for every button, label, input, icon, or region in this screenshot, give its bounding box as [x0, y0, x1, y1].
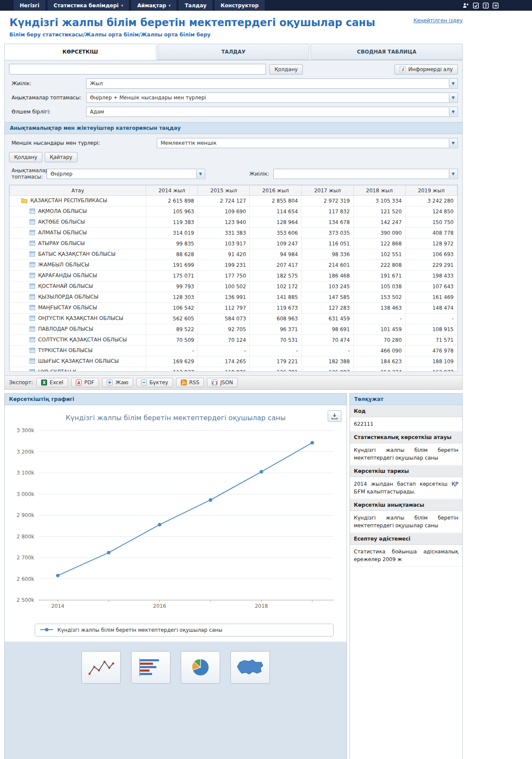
table-row[interactable]: СОЛТҮСТІК ҚАЗАҚСТАН ОБЛЫСЫ70 50970 12470… [10, 335, 457, 346]
unit-select[interactable]: Адам ▼ [86, 107, 458, 117]
nav-item-constructor[interactable]: Конструктор [215, 0, 265, 11]
tab-pivot-table[interactable]: СВОДНАЯ ТАБЛИЦА [311, 44, 463, 60]
table-row[interactable]: ОҢТҮСТІК ҚАЗАҚСТАН ОБЛЫСЫ562 605584 0736… [10, 314, 457, 324]
value-cell: 102 172 [250, 281, 302, 292]
value-cell: 142 247 [353, 217, 405, 228]
value-cell: 123 940 [198, 217, 250, 228]
apply-filters-button[interactable]: Қолдану [9, 152, 42, 162]
tasks-icon[interactable] [473, 3, 479, 9]
table-row[interactable]: БАТЫС ҚАЗАҚСТАН ОБЛЫСЫ88 62891 42094 984… [10, 249, 457, 260]
table-row[interactable]: АТЫРАУ ОБЛЫСЫ99 835103 917109 247116 051… [10, 239, 457, 249]
table-row[interactable]: ҚЫЗЫЛОРДА ОБЛЫСЫ128 303136 991141 885147… [10, 292, 457, 303]
value-cell: 128 964 [250, 217, 302, 228]
login-icon[interactable] [493, 3, 499, 9]
value-cell: 119 673 [250, 303, 302, 314]
region-name-cell[interactable]: НҰР-СҰЛТАН Қ. [10, 367, 146, 372]
svg-text:2 600k: 2 600k [17, 576, 34, 582]
get-informer-button[interactable]: i Информерді алу [395, 64, 458, 75]
table-row[interactable]: ТҮРКІСТАН ОБЛЫСЫ----466 090476 978 [10, 346, 457, 356]
region-name-cell[interactable]: БАТЫС ҚАЗАҚСТАН ОБЛЫСЫ [10, 249, 146, 260]
region-name-cell[interactable]: СОЛТҮСТІК ҚАЗАҚСТАН ОБЛЫСЫ [10, 335, 146, 346]
export-excel-button[interactable]: XExcel [36, 378, 68, 387]
table-row[interactable]: ПАВЛОДАР ОБЛЫСЫ89 52292 70596 37198 6911… [10, 324, 457, 335]
export-label: Экспорт: [9, 380, 33, 385]
export-collapse-button[interactable]: Бүктеу [136, 378, 173, 387]
value-cell: 92 705 [198, 324, 250, 335]
refgroup-select[interactable]: Өңірлер + Меншік нысандары мен түрлері ▼ [86, 93, 458, 103]
data-table-container[interactable]: Атау2014 жыл2015 жыл2016 жыл2017 жыл2018… [9, 185, 458, 372]
value-cell: 126 791 [250, 367, 302, 372]
value-cell: 105 963 [146, 206, 198, 217]
table-row[interactable]: ҚОСТАНАЙ ОБЛЫСЫ99 793100 502102 172103 2… [10, 281, 457, 292]
help-icon[interactable]: ? [483, 3, 489, 9]
passport-field-label: Код [350, 405, 462, 417]
svg-text:2016: 2016 [153, 603, 166, 609]
expand-icon [107, 380, 113, 385]
table-row[interactable]: МАҢҒЫСТАУ ОБЛЫСЫ106 542112 797119 673127… [10, 303, 457, 314]
value-cell: 70 509 [146, 335, 198, 346]
top-navbar: НегізгіСтатистика бөлімдері▾Аймақтар▾Тал… [0, 0, 532, 11]
table-row[interactable]: ЖАМБЫЛ ОБЛЫСЫ191 699199 231207 417214 60… [10, 260, 457, 271]
nav-item-home[interactable]: Негізгі [14, 0, 45, 11]
value-cell: 109 690 [198, 206, 250, 217]
group-row: Аңықтамалар топтамасы: Өңірлер ▼ Жиілік:… [9, 167, 458, 180]
region-name-cell[interactable]: ҚАЗАҚСТАН РЕСПУБЛИКАСЫ [10, 196, 146, 206]
region-name: ҚАЗАҚСТАН РЕСПУБЛИКАСЫ [30, 197, 107, 203]
table-icon [30, 359, 35, 365]
value-cell: 105 038 [353, 281, 405, 292]
export-json-button[interactable]: { }JSON [207, 378, 238, 387]
column-header-year: 2017 жыл [302, 185, 353, 196]
region-name-cell[interactable]: АТЫРАУ ОБЛЫСЫ [10, 239, 146, 249]
table-row[interactable]: НҰР-СҰЛТАН Қ.112 937118 876126 791136 08… [10, 367, 457, 372]
chart-type-map-button[interactable] [230, 651, 270, 684]
ownership-select[interactable]: Мемлекеттік меншік ▼ [157, 138, 458, 148]
region-name-cell[interactable]: МАҢҒЫСТАУ ОБЛЫСЫ [10, 303, 146, 314]
nav-item-regions[interactable]: Аймақтар▾ [131, 0, 176, 11]
chart-download-button[interactable] [328, 410, 341, 422]
reset-filters-button[interactable]: Қайтару [45, 152, 78, 162]
community-icon[interactable] [463, 3, 469, 9]
chart-type-bar-button[interactable] [131, 651, 170, 684]
apply-search-button[interactable]: Қолдану [269, 64, 303, 75]
chart-type-pie-button[interactable] [181, 651, 220, 684]
export-expand-button[interactable]: Жаю [102, 378, 133, 387]
value-cell: 182 388 [302, 356, 353, 367]
region-name-cell[interactable]: ТҮРКІСТАН ОБЛЫСЫ [10, 346, 146, 356]
region-name-cell[interactable]: АҚМОЛА ОБЛЫСЫ [10, 206, 146, 217]
region-name-cell[interactable]: ҚЫЗЫЛОРДА ОБЛЫСЫ [10, 292, 146, 303]
region-name-cell[interactable]: ҚОСТАНАЙ ОБЛЫСЫ [10, 281, 146, 292]
export-pdf-button[interactable]: APDF [71, 378, 99, 387]
page-content: Күндізгі жалпы білім беретін мектептерде… [0, 11, 467, 759]
region-name-cell[interactable]: АЛМАТЫ ОБЛЫСЫ [10, 228, 146, 239]
region-name-cell[interactable]: ҚАРАҒАНДЫ ОБЛЫСЫ [10, 271, 146, 281]
freq2-select[interactable]: ▼ [273, 169, 458, 179]
export-rss-button[interactable]: RSS [176, 378, 204, 387]
value-cell: 118 876 [198, 367, 250, 372]
table-row[interactable]: ҚАЗАҚСТАН РЕСПУБЛИКАСЫ2 615 8982 724 127… [10, 196, 457, 206]
region-name-cell[interactable]: ШЫҒЫС ҚАЗАҚСТАН ОБЛЫСЫ [10, 356, 146, 367]
excel-icon: X [41, 380, 47, 385]
tab-analysis[interactable]: ТАЛДАУ [158, 44, 310, 60]
search-input[interactable] [9, 64, 266, 75]
region-name-cell[interactable]: ПАВЛОДАР ОБЛЫСЫ [10, 324, 146, 335]
table-row[interactable]: АҚТӨБЕ ОБЛЫСЫ119 383123 940128 964134 67… [10, 217, 457, 228]
nav-item-sections[interactable]: Статистика бөлімдері▾ [48, 0, 129, 11]
value-cell: 114 654 [250, 206, 302, 217]
table-row[interactable]: ШЫҒЫС ҚАЗАҚСТАН ОБЛЫСЫ169 629174 265179 … [10, 356, 457, 367]
value-cell: 112 797 [198, 303, 250, 314]
value-cell: 71 571 [405, 335, 457, 346]
table-row[interactable]: АҚМОЛА ОБЛЫСЫ105 963109 690114 654117 83… [10, 206, 457, 217]
region-name-cell[interactable]: ЖАМБЫЛ ОБЛЫСЫ [10, 260, 146, 271]
tab-indicator[interactable]: КӨРСЕТКІШ [4, 44, 156, 60]
group-select[interactable]: Өңірлер ▼ [47, 169, 205, 179]
advanced-search-link[interactable]: Кеңейтілген іздеу [413, 18, 463, 24]
frequency-select[interactable]: Жыл ▼ [86, 78, 458, 89]
nav-item-analysis[interactable]: Талдау [179, 0, 212, 11]
table-icon [30, 316, 35, 322]
region-name-cell[interactable]: АҚТӨБЕ ОБЛЫСЫ [10, 217, 146, 228]
table-row[interactable]: ҚАРАҒАНДЫ ОБЛЫСЫ175 071177 750182 575186… [10, 271, 457, 281]
region-name-cell[interactable]: ОҢТҮСТІК ҚАЗАҚСТАН ОБЛЫСЫ [10, 314, 146, 324]
value-cell: 408 778 [405, 228, 457, 239]
table-row[interactable]: АЛМАТЫ ОБЛЫСЫ314 019331 383353 606373 03… [10, 228, 457, 239]
chart-type-line-button[interactable] [81, 651, 121, 684]
